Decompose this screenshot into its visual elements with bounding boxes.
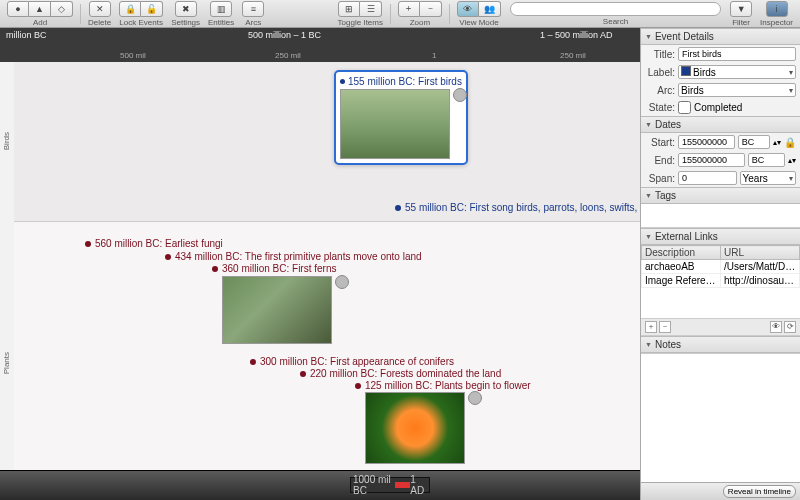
remove-link-btn[interactable]: － bbox=[659, 321, 671, 333]
event-card-first-birds[interactable]: 155 million BC: First birds bbox=[334, 70, 468, 165]
filter-button[interactable]: ▼ bbox=[730, 1, 752, 17]
search-input[interactable] bbox=[510, 2, 721, 16]
section-dates[interactable]: Dates bbox=[641, 116, 800, 133]
event-forests[interactable]: 220 million BC: Forests dominated the la… bbox=[300, 368, 501, 379]
stepper-icon[interactable]: ▴▾ bbox=[773, 138, 781, 147]
toggle-a-button[interactable]: ⊞ bbox=[338, 1, 360, 17]
timeline-canvas[interactable]: Birds Plants 155 million BC: First birds… bbox=[0, 62, 640, 470]
thumb-first-birds bbox=[340, 89, 450, 159]
view-mode-a-button[interactable]: 👁 bbox=[457, 1, 479, 17]
start-era[interactable]: BC bbox=[738, 135, 770, 149]
arc-select[interactable]: Birds bbox=[678, 83, 796, 97]
span-unit-select[interactable]: Years bbox=[740, 171, 797, 185]
view-mode-b-button[interactable]: 👥 bbox=[479, 1, 501, 17]
span-input[interactable]: 0 bbox=[678, 171, 737, 185]
event-conifers[interactable]: 300 million BC: First appearance of coni… bbox=[250, 356, 454, 367]
attachment-badge-icon bbox=[335, 275, 349, 289]
end-input[interactable]: 155000000 bbox=[678, 153, 745, 167]
attachment-badge-icon bbox=[468, 391, 482, 405]
thumb-flower bbox=[365, 392, 465, 464]
delete-button[interactable]: ✕ bbox=[89, 1, 111, 17]
stepper-icon[interactable]: ▴▾ bbox=[788, 156, 796, 165]
lock-button[interactable]: 🔒 bbox=[119, 1, 141, 17]
arcs-button[interactable]: ≡ bbox=[242, 1, 264, 17]
links-table: DescriptionURL archaeoAB/Users/Matt/Doc…… bbox=[641, 245, 800, 288]
event-flower[interactable]: 125 million BC: Plants begin to flower bbox=[355, 380, 531, 391]
label-select[interactable]: Birds bbox=[678, 65, 796, 79]
notes-area[interactable] bbox=[641, 353, 800, 482]
time-ruler[interactable]: million BC 500 million – 1 BC 1 – 500 mi… bbox=[0, 28, 640, 62]
section-event-details[interactable]: Event Details bbox=[641, 28, 800, 45]
overview-bar[interactable]: 1000 mil BC1 AD bbox=[0, 470, 640, 500]
entities-button[interactable]: ▥ bbox=[210, 1, 232, 17]
section-notes[interactable]: Notes bbox=[641, 336, 800, 353]
add-person-button[interactable]: ▲ bbox=[29, 1, 51, 17]
view-icon[interactable]: 👁 bbox=[770, 321, 782, 333]
table-row[interactable]: Image Referencehttp://dinosaurs.… bbox=[642, 274, 800, 288]
section-links[interactable]: External Links bbox=[641, 228, 800, 245]
lock-icon[interactable]: 🔒 bbox=[784, 137, 796, 148]
add-link-button[interactable]: ◇ bbox=[51, 1, 73, 17]
toolbar: ● ▲ ◇ Add ✕Delete 🔒🔓Lock Events ✖Setting… bbox=[0, 0, 800, 28]
zoom-out-button[interactable]: － bbox=[420, 1, 442, 17]
add-link-btn[interactable]: ＋ bbox=[645, 321, 657, 333]
event-plants-land[interactable]: 434 million BC: The first primitive plan… bbox=[165, 251, 422, 262]
arc-label-birds: Birds bbox=[2, 132, 11, 150]
table-row[interactable]: archaeoAB/Users/Matt/Doc… bbox=[642, 260, 800, 274]
attachment-badge-icon bbox=[453, 88, 467, 102]
add-event-button[interactable]: ● bbox=[7, 1, 29, 17]
zoom-in-button[interactable]: ＋ bbox=[398, 1, 420, 17]
links-toolbar: ＋ － 👁 ⟳ bbox=[641, 318, 800, 336]
event-songbirds[interactable]: 55 million BC: First song birds, parrots… bbox=[395, 202, 640, 213]
settings-button[interactable]: ✖ bbox=[175, 1, 197, 17]
section-tags[interactable]: Tags bbox=[641, 187, 800, 204]
event-ferns[interactable]: 360 million BC: First ferns bbox=[212, 263, 336, 274]
inspector-button[interactable]: i bbox=[766, 1, 788, 17]
action-icon[interactable]: ⟳ bbox=[784, 321, 796, 333]
toggle-b-button[interactable]: ☰ bbox=[360, 1, 382, 17]
tags-area[interactable] bbox=[641, 204, 800, 228]
start-input[interactable]: 155000000 bbox=[678, 135, 735, 149]
event-fungi[interactable]: 560 million BC: Earliest fungi bbox=[85, 238, 223, 249]
search-group: Search bbox=[510, 2, 721, 26]
add-group: ● ▲ ◇ Add bbox=[4, 1, 76, 27]
arc-label-plants: Plants bbox=[2, 352, 11, 374]
thumb-ferns bbox=[222, 276, 332, 344]
reveal-button[interactable]: Reveal in timeline bbox=[723, 485, 796, 498]
inspector-panel: Event Details Title:First birds Label:Bi… bbox=[640, 28, 800, 500]
unlock-button[interactable]: 🔓 bbox=[141, 1, 163, 17]
end-era[interactable]: BC bbox=[748, 153, 785, 167]
title-input[interactable]: First birds bbox=[678, 47, 796, 61]
completed-checkbox[interactable] bbox=[678, 101, 691, 114]
add-label: Add bbox=[33, 18, 47, 27]
